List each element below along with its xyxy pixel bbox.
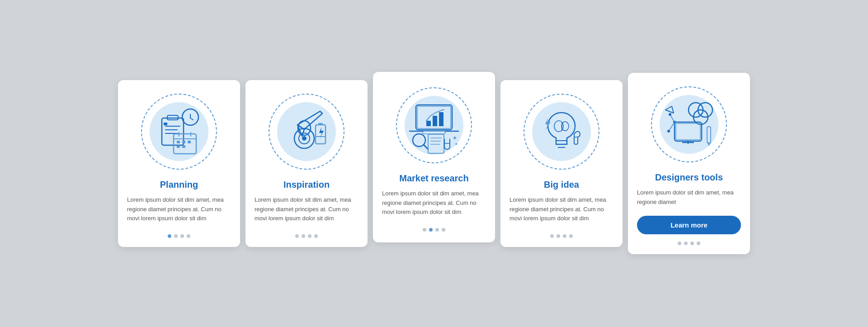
inspiration-icon-area <box>266 91 347 172</box>
svg-rect-56 <box>676 123 700 140</box>
card-market-research: ✦ ✦ Market research Lorem ipsum dolor si… <box>373 72 495 242</box>
dot-2 <box>302 234 305 238</box>
card-designers-tools: Designers tools Lorem ipsum dolor sit di… <box>628 73 750 255</box>
designers-tools-title: Designers tools <box>655 172 723 183</box>
planning-title: Planning <box>160 180 198 190</box>
dot-2 <box>684 242 688 245</box>
svg-marker-63 <box>707 142 711 146</box>
inspiration-icon <box>279 104 334 159</box>
svg-rect-25 <box>318 123 323 125</box>
big-idea-text: Lorem ipsum dolor sit dim amet, mea regi… <box>509 195 613 223</box>
planning-icon-area <box>138 91 220 172</box>
designers-tools-icon-area <box>648 84 730 165</box>
dot-1 <box>550 234 554 238</box>
planning-icon <box>152 104 206 159</box>
designers-tools-text: Lorem ipsum dolor sit dim amet, mea regi… <box>637 188 741 207</box>
inspiration-title: Inspiration <box>283 180 330 190</box>
svg-rect-24 <box>316 125 326 144</box>
big-idea-icon-area <box>521 91 602 172</box>
svg-line-36 <box>424 145 428 149</box>
svg-rect-33 <box>433 116 437 126</box>
svg-rect-37 <box>428 134 444 153</box>
planning-dots <box>168 231 190 238</box>
market-research-text: Lorem ipsum dolor sit dim amet, mea regi… <box>382 189 486 217</box>
dot-1 <box>168 234 171 238</box>
svg-rect-8 <box>164 123 167 125</box>
svg-point-59 <box>669 113 671 116</box>
card-big-idea: Big idea Lorem ipsum dolor sit dim amet,… <box>500 80 623 247</box>
big-idea-title: Big idea <box>544 180 579 190</box>
dot-3 <box>690 242 694 245</box>
big-idea-icon <box>534 104 589 159</box>
dot-4 <box>697 242 700 245</box>
svg-rect-34 <box>439 112 443 126</box>
card-planning: Planning Lorem ipsum dolor sit dim amet,… <box>118 80 240 247</box>
dot-2 <box>429 228 433 232</box>
card-inspiration: Inspiration Lorem ipsum dolor sit dim am… <box>245 80 368 247</box>
market-research-title: Market research <box>399 173 468 184</box>
dot-3 <box>308 234 311 238</box>
inspiration-dots <box>295 231 318 238</box>
svg-text:✦: ✦ <box>454 142 458 147</box>
dot-4 <box>187 234 190 238</box>
dot-3 <box>435 228 439 232</box>
dot-3 <box>180 234 184 238</box>
dot-4 <box>569 234 573 238</box>
market-research-icon-area: ✦ ✦ <box>393 85 475 166</box>
svg-point-61 <box>667 130 670 133</box>
svg-rect-9 <box>174 134 196 154</box>
designers-tools-icon <box>662 97 716 152</box>
svg-marker-27 <box>319 127 324 139</box>
svg-text:✦: ✦ <box>452 134 458 142</box>
svg-rect-31 <box>423 131 445 134</box>
svg-rect-32 <box>426 121 431 126</box>
svg-rect-15 <box>188 141 191 143</box>
svg-rect-3 <box>162 118 184 145</box>
designers-tools-dots <box>678 238 700 245</box>
dot-3 <box>563 234 566 238</box>
svg-rect-17 <box>182 145 185 148</box>
svg-rect-16 <box>177 145 180 148</box>
svg-point-22 <box>302 136 307 141</box>
inspiration-text: Lorem ipsum dolor sit dim amet, mea regi… <box>255 195 359 223</box>
svg-line-2 <box>190 118 193 120</box>
dot-2 <box>557 234 560 238</box>
dot-4 <box>442 228 445 232</box>
planning-text: Lorem ipsum dolor sit dim amet, mea regi… <box>127 195 231 223</box>
svg-rect-62 <box>707 127 711 143</box>
dot-1 <box>678 242 681 245</box>
cards-container: Planning Lorem ipsum dolor sit dim amet,… <box>118 73 750 255</box>
dot-1 <box>423 228 426 232</box>
dot-4 <box>314 234 318 238</box>
market-research-dots <box>423 224 445 232</box>
svg-point-48 <box>561 122 569 131</box>
big-idea-dots <box>550 231 573 238</box>
svg-rect-14 <box>182 141 185 143</box>
learn-more-button[interactable]: Learn more <box>637 216 741 234</box>
market-research-icon: ✦ ✦ <box>405 96 463 155</box>
dot-2 <box>174 234 178 238</box>
dot-1 <box>295 234 299 238</box>
svg-rect-55 <box>675 122 702 141</box>
svg-rect-13 <box>177 141 180 143</box>
